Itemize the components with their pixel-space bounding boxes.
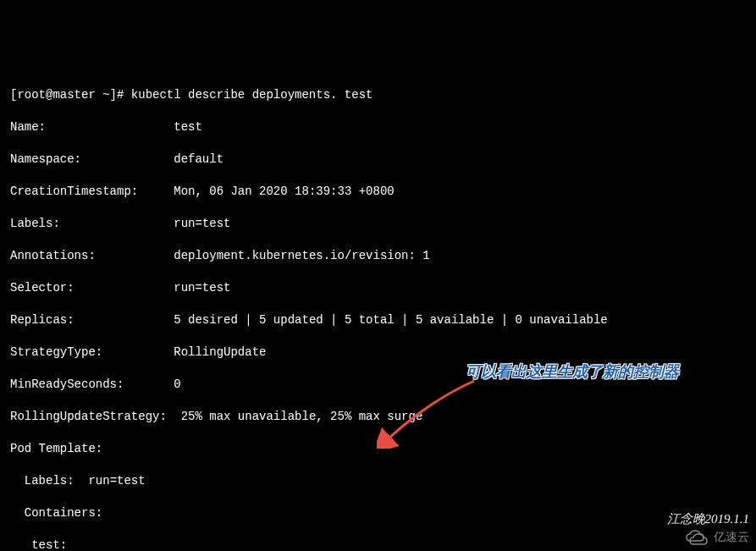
replicas-value: 5 desired | 5 updated | 5 total | 5 avai… [174,313,607,327]
containers-header: Containers: [10,506,102,520]
selector-value: run=test [174,281,230,295]
cloud-icon [685,527,709,546]
annotations-label: Annotations: [10,249,96,262]
minready-label: MinReadySeconds: [10,377,124,391]
pod-labels-label: Labels: [10,474,88,488]
watermark-text: 亿速云 [714,529,749,545]
rolling-value: 25% max unavailable, 25% max surge [181,410,423,423]
labels-value: run=test [174,217,230,230]
shell-prompt: [root@master ~]# [10,88,131,102]
author-mark: 江念晚2019.1.1 [667,511,750,527]
annotation-text: 可以看出这里生成了新的控制器 [466,364,679,380]
command: kubectl describe deployments. test [131,88,373,102]
name-label: Name: [10,120,46,134]
podtemplate-header: Pod Template: [10,442,102,455]
creation-value: Mon, 06 Jan 2020 18:39:33 +0800 [174,185,394,198]
pod-labels-value: run=test [88,474,145,488]
minready-value: 0 [174,377,180,391]
labels-label: Labels: [10,217,60,230]
strategytype-label: StrategyType: [10,345,102,359]
creation-label: CreationTimestamp: [10,185,138,198]
strategytype-value: RollingUpdate [174,345,266,359]
watermark: 亿速云 [685,527,749,546]
replicas-label: Replicas: [10,313,74,327]
annotations-value: deployment.kubernetes.io/revision: 1 [174,249,429,262]
namespace-value: default [174,152,223,166]
selector-label: Selector: [10,281,74,295]
container-name: test: [10,538,67,551]
terminal-output: [root@master ~]# kubectl describe deploy… [10,71,746,551]
rolling-label: RollingUpdateStrategy: [10,410,167,423]
name-value: test [174,120,202,134]
namespace-label: Namespace: [10,152,81,166]
